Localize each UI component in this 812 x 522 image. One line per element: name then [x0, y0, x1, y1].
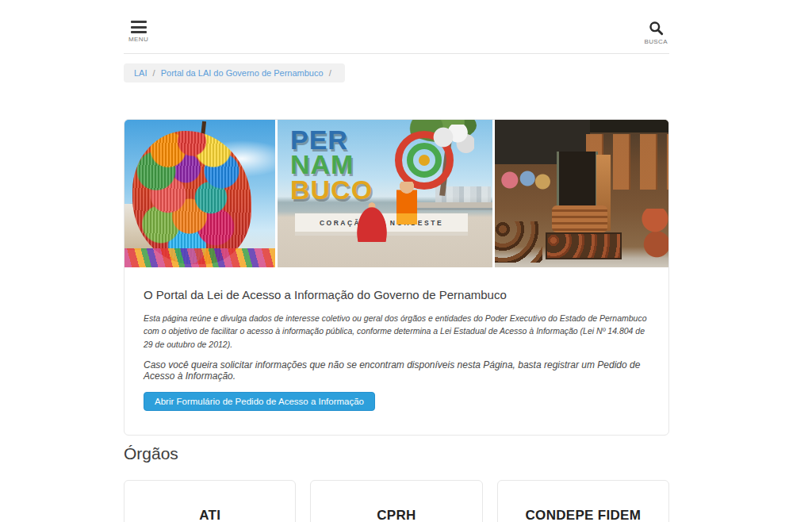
organ-name: ATI: [136, 508, 284, 522]
breadcrumb: LAI / Portal da LAI do Governo de Pernam…: [124, 63, 669, 83]
sign-letters: PER NAM BUCO: [290, 128, 373, 202]
breadcrumb-link-lai[interactable]: LAI: [134, 68, 147, 78]
menu-label: MENU: [128, 36, 148, 43]
hero-image-leather-shop: [495, 120, 668, 267]
menu-button[interactable]: MENU: [128, 21, 148, 43]
page-container: MENU BUSCA LAI / Portal da LAI do Govern…: [124, 0, 669, 522]
hero-banner: CORAÇÃO DO NORDESTE PER NAM BUCO: [124, 120, 668, 267]
breadcrumb-link-portal[interactable]: Portal da LAI do Governo de Pernambuco: [161, 68, 324, 78]
hamburger-icon: [131, 21, 147, 33]
search-label: BUSCA: [644, 38, 668, 45]
breadcrumb-pill: LAI / Portal da LAI do Governo de Pernam…: [124, 63, 345, 83]
organ-card-ati: ATI Agência Estadual de Tecnologia da In…: [124, 480, 296, 522]
breadcrumb-separator: /: [329, 68, 331, 78]
organ-card-condepe-fidem: CONDEPE FIDEM Agência Estadual de Planej…: [497, 480, 669, 522]
organ-name: CPRH: [322, 508, 470, 522]
hero-image-carnival: [124, 120, 275, 267]
intro-paragraph-1: Esta página reúne e divulga dados de int…: [144, 312, 649, 351]
organs-section-title: Órgãos: [124, 444, 669, 463]
intro-paragraph-2: Caso você queira solicitar informações q…: [144, 359, 649, 382]
open-access-request-form-button[interactable]: Abrir Formulário de Pedido de Acesso a I…: [144, 392, 375, 411]
top-bar: MENU BUSCA: [124, 0, 669, 54]
breadcrumb-separator: /: [153, 68, 155, 78]
organ-card-cprh: CPRH Agência Estadual de Meio Ambiente A…: [310, 480, 482, 522]
organs-card-list: ATI Agência Estadual de Tecnologia da In…: [124, 480, 669, 522]
intro-body: O Portal da Lei de Acesso a Informação d…: [124, 267, 668, 435]
search-button[interactable]: BUSCA: [644, 21, 668, 45]
search-icon: [649, 21, 664, 36]
intro-title: O Portal da Lei de Acesso a Informação d…: [144, 288, 649, 301]
hero-image-pernambuco-sign: CORAÇÃO DO NORDESTE PER NAM BUCO: [278, 120, 492, 267]
intro-panel: CORAÇÃO DO NORDESTE PER NAM BUCO: [124, 119, 669, 436]
organ-name: CONDEPE FIDEM: [509, 508, 657, 522]
